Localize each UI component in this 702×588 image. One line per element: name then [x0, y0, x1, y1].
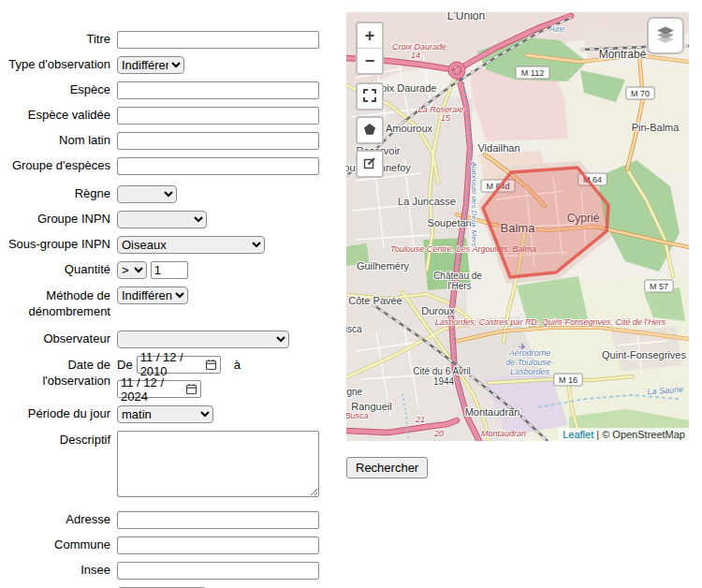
draw-polygon-button[interactable]	[358, 118, 382, 142]
sous-groupe-inpn-label: Sous-groupe INPN	[0, 237, 117, 253]
edit-layers-control	[356, 150, 384, 178]
periode-select[interactable]: matin	[117, 405, 213, 423]
nom-latin-label: Nom latin	[0, 133, 117, 149]
observateur-label: Observateur	[0, 331, 117, 347]
zoom-out-button[interactable]: −	[358, 49, 382, 73]
sous-groupe-inpn-select[interactable]: Oiseaux	[117, 236, 265, 254]
map-label: Château de	[433, 271, 482, 281]
date-to-value: 11 / 12 / 2024	[121, 375, 185, 404]
methode-label: Méthode de dénombrement	[0, 287, 117, 320]
polygon-icon	[363, 121, 376, 140]
quantite-input[interactable]	[151, 261, 188, 279]
commune-label: Commune	[0, 537, 117, 553]
titre-input[interactable]	[117, 31, 319, 49]
field-adresse: Adresse	[0, 511, 329, 529]
field-groupe-especes: Groupe d'espèces	[0, 157, 329, 175]
attribution-separator: |	[593, 429, 602, 440]
layers-icon	[654, 23, 677, 49]
groupe-inpn-label: Groupe INPN	[0, 212, 117, 228]
field-observateur: Observateur	[0, 331, 329, 348]
map-label: Amouroux	[386, 123, 433, 134]
insee-input[interactable]	[117, 562, 319, 580]
date-to-prefix: à	[234, 358, 241, 372]
map-label: Montaudran	[481, 429, 526, 438]
map[interactable]: M 112M 70M 64dM 64M 57M 16 L'UnionCroix …	[346, 12, 689, 441]
periode-label: Période du jour	[0, 406, 117, 422]
field-type-observation: Type d'observation Indifférent	[0, 56, 329, 74]
zoom-control: + −	[356, 22, 384, 75]
edit-button[interactable]	[358, 152, 382, 176]
map-label: 14	[411, 51, 420, 60]
search-button[interactable]: Rechercher	[346, 457, 428, 478]
map-label: 20	[433, 429, 444, 438]
calendar-icon[interactable]	[185, 383, 197, 395]
draw-polygon-control	[356, 116, 384, 144]
map-label: Guilheméry	[357, 260, 410, 272]
map-label: L'Union	[447, 12, 485, 22]
field-date-observation: Date de l'observation De 11 / 12 / 2010 …	[0, 356, 329, 399]
groupe-inpn-select[interactable]	[117, 211, 207, 228]
groupe-especes-label: Groupe d'espèces	[0, 158, 117, 174]
field-periode-du-jour: Période du jour matin	[0, 405, 329, 423]
map-label: 1944	[433, 376, 455, 387]
observateur-select[interactable]	[117, 331, 289, 348]
nom-latin-input[interactable]	[117, 132, 319, 150]
espece-label: Espèce	[0, 82, 117, 98]
field-groupe-inpn: Groupe INPN	[0, 211, 329, 228]
fullscreen-button[interactable]	[358, 84, 382, 109]
espece-input[interactable]	[117, 81, 319, 99]
map-label: Montaudran	[465, 406, 520, 418]
titre-label: Titre	[0, 32, 117, 48]
field-descriptif: Descriptif	[0, 431, 329, 500]
date-to-input[interactable]: 11 / 12 / 2024	[117, 380, 201, 398]
map-label: Côte Pavée	[348, 295, 402, 306]
fullscreen-control	[356, 82, 384, 110]
map-label: 15	[441, 113, 451, 123]
field-espece: Espèce	[0, 81, 329, 99]
map-label: Soupetard	[428, 217, 475, 228]
quantite-label: Quantité	[0, 262, 117, 278]
map-label: Autoroute des Deux Mers	[470, 161, 478, 247]
map-label: Aire	[548, 24, 564, 34]
adresse-label: Adresse	[0, 512, 117, 528]
road-ref-text: M 16	[559, 375, 578, 385]
descriptif-label: Descriptif	[0, 431, 117, 448]
map-label: Cité du 6 Avril	[413, 366, 471, 376]
road-ref-text: M 112	[521, 68, 544, 78]
groupe-especes-input[interactable]	[117, 157, 319, 175]
type-observation-select[interactable]: Indifférent	[117, 56, 184, 74]
map-label: Aérodrome	[508, 348, 551, 358]
field-titre: Titre	[0, 31, 329, 49]
methode-select[interactable]: Indifférent	[117, 287, 188, 304]
field-espece-validee: Espèce validée	[0, 107, 329, 125]
field-commune: Commune	[0, 537, 329, 554]
espece-validee-input[interactable]	[117, 107, 319, 125]
insee-label: Insee	[0, 563, 117, 579]
espece-validee-label: Espèce validée	[0, 108, 117, 124]
commune-input[interactable]	[117, 537, 319, 554]
map-label: Quint-Fonsegrives	[602, 349, 686, 360]
map-label: Lasbordes, Castres par RD, Quint-Fonsegr…	[435, 317, 666, 327]
map-label: Lasbordes	[510, 367, 550, 376]
zoom-in-button[interactable]: +	[358, 23, 382, 49]
osm-credit: © OpenStreetMap	[602, 429, 685, 440]
date-from-input[interactable]: 11 / 12 / 2010	[137, 356, 221, 374]
field-sous-groupe-inpn: Sous-groupe INPN Oiseaux	[0, 236, 329, 254]
regne-select[interactable]	[117, 185, 177, 203]
field-regne: Règne	[0, 185, 329, 203]
map-label: La Juncasse	[398, 196, 456, 207]
quantite-operator-select[interactable]: >	[117, 261, 147, 279]
map-label: usca	[346, 324, 362, 334]
field-nom-latin: Nom latin	[0, 132, 329, 150]
edit-icon	[363, 154, 376, 174]
layers-control[interactable]	[647, 17, 684, 54]
adresse-input[interactable]	[117, 511, 319, 529]
descriptif-textarea[interactable]	[117, 431, 319, 497]
field-methode-denombrement: Méthode de dénombrement Indifférent	[0, 287, 329, 320]
map-label: Montrabé	[599, 48, 647, 61]
leaflet-link[interactable]: Leaflet	[563, 429, 593, 440]
map-attribution: Leaflet | © OpenStreetMap	[559, 428, 689, 441]
map-label: Vidailhan	[477, 142, 519, 154]
regne-label: Règne	[0, 186, 117, 202]
calendar-icon[interactable]	[205, 359, 217, 371]
